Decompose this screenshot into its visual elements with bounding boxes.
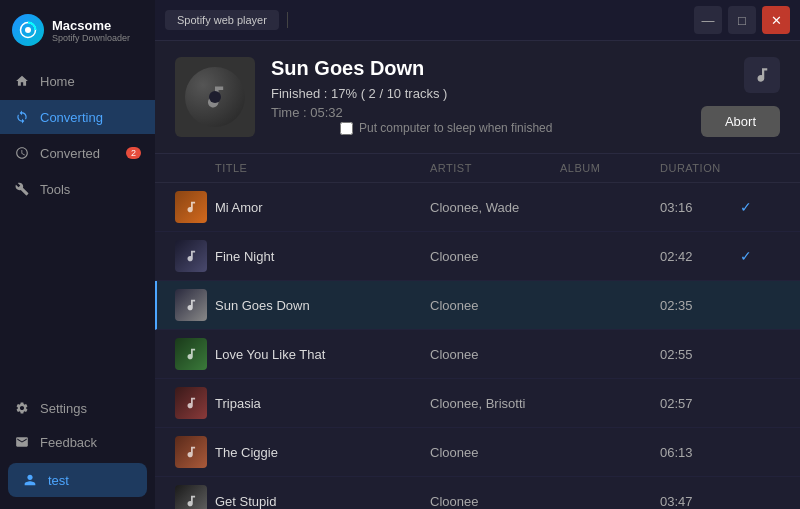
logo-icon [12,14,44,46]
track-artist: Cloonee [430,445,560,460]
track-name: The Ciggie [215,445,278,460]
sleep-label: Put computer to sleep when finished [359,121,552,135]
track-duration: 03:16 [660,200,740,215]
track-duration: 06:13 [660,445,740,460]
converting-icon [14,109,30,125]
album-art [175,57,255,137]
track-status: ✓ [740,248,780,264]
music-icon-button[interactable] [744,57,780,93]
header-section: Sun Goes Down Finished : 17% ( 2 / 10 tr… [155,41,800,154]
track-thumb [175,240,207,272]
track-thumb [175,387,207,419]
track-name-cell: The Ciggie [215,445,430,460]
logo-text: Macsome Spotify Downloader [52,18,130,43]
track-artist: Cloonee, Brisotti [430,396,560,411]
track-name: Mi Amor [215,200,263,215]
sidebar-bottom: Settings Feedback test [0,383,155,509]
track-name: Fine Night [215,249,274,264]
svg-point-1 [25,27,31,33]
abort-button[interactable]: Abort [701,106,780,137]
main-content: Spotify web player — □ ✕ Sun Goes Down F… [155,0,800,509]
track-rows: Mi Amor Cloonee, Wade 03:16 ✓ Fine Night… [155,183,800,509]
sidebar-settings-label: Settings [40,401,87,416]
track-duration: 02:57 [660,396,740,411]
album-title: Sun Goes Down [271,57,780,80]
track-row[interactable]: Mi Amor Cloonee, Wade 03:16 ✓ [155,183,800,232]
sidebar: Macsome Spotify Downloader Home Converti… [0,0,155,509]
artist-header: ARTIST [430,162,560,174]
sidebar-nav: Home Converting Converted 2 Tools [0,60,155,210]
sidebar-user[interactable]: test [8,463,147,497]
track-row[interactable]: Fine Night Cloonee 02:42 ✓ [155,232,800,281]
track-list: TITLE ARTIST ALBUM DURATION Mi Amor Cloo… [155,154,800,509]
user-icon [22,472,38,488]
track-duration: 03:47 [660,494,740,509]
track-artist: Cloonee [430,298,560,313]
track-thumb [175,338,207,370]
track-name-cell: Get Stupid [215,494,430,509]
sidebar-converted-label: Converted [40,146,100,161]
track-thumb [175,289,207,321]
topbar: Spotify web player — □ ✕ [155,0,800,41]
app-name: Macsome [52,18,130,33]
track-thumb [175,191,207,223]
sidebar-home-label: Home [40,74,75,89]
feedback-icon [14,434,30,450]
converted-badge: 2 [126,147,141,159]
title-header: TITLE [215,162,430,174]
track-row[interactable]: Sun Goes Down Cloonee 02:35 [155,281,800,330]
track-row[interactable]: Love You Like That Cloonee 02:55 [155,330,800,379]
home-icon [14,73,30,89]
window-controls: — □ ✕ [694,6,790,34]
track-name: Get Stupid [215,494,276,509]
app-subtitle: Spotify Downloader [52,33,130,43]
track-status: ✓ [740,199,780,215]
track-name: Love You Like That [215,347,325,362]
sidebar-item-feedback[interactable]: Feedback [0,425,155,459]
finished-label: Finished : [271,86,327,101]
time-value: 05:32 [310,105,343,120]
finished-value: 17% ( 2 / 10 tracks ) [331,86,447,101]
track-name-cell: Sun Goes Down [215,298,430,313]
minimize-button[interactable]: — [694,6,722,34]
track-row[interactable]: Tripasia Cloonee, Brisotti 02:57 [155,379,800,428]
track-artist: Cloonee [430,249,560,264]
track-thumb [175,485,207,509]
topbar-divider [287,12,288,28]
sidebar-tools-label: Tools [40,182,70,197]
spotify-player-button[interactable]: Spotify web player [165,10,279,30]
track-row[interactable]: The Ciggie Cloonee 06:13 [155,428,800,477]
sidebar-item-converting[interactable]: Converting [0,100,155,134]
track-duration: 02:55 [660,347,740,362]
sidebar-feedback-label: Feedback [40,435,97,450]
track-artist: Cloonee [430,347,560,362]
track-name-cell: Mi Amor [215,200,430,215]
track-name-cell: Tripasia [215,396,430,411]
track-row[interactable]: Get Stupid Cloonee 03:47 [155,477,800,509]
sleep-checkbox-input[interactable] [340,122,353,135]
track-name-cell: Fine Night [215,249,430,264]
sidebar-user-label: test [48,473,69,488]
settings-icon [14,400,30,416]
sidebar-converting-label: Converting [40,110,103,125]
track-name: Sun Goes Down [215,298,310,313]
sidebar-item-converted[interactable]: Converted 2 [0,136,155,170]
close-button[interactable]: ✕ [762,6,790,34]
track-duration: 02:42 [660,249,740,264]
track-duration: 02:35 [660,298,740,313]
app-logo: Macsome Spotify Downloader [0,0,155,60]
sleep-checkbox-label[interactable]: Put computer to sleep when finished [340,121,552,135]
track-name-cell: Love You Like That [215,347,430,362]
duration-header: DURATION [660,162,740,174]
sidebar-item-settings[interactable]: Settings [0,391,155,425]
album-header: ALBUM [560,162,660,174]
sidebar-item-tools[interactable]: Tools [0,172,155,206]
track-artist: Cloonee, Wade [430,200,560,215]
time-label: Time : [271,105,307,120]
track-artist: Cloonee [430,494,560,509]
track-thumb [175,436,207,468]
tools-icon [14,181,30,197]
sidebar-item-home[interactable]: Home [0,64,155,98]
maximize-button[interactable]: □ [728,6,756,34]
album-art-disc [185,67,245,127]
